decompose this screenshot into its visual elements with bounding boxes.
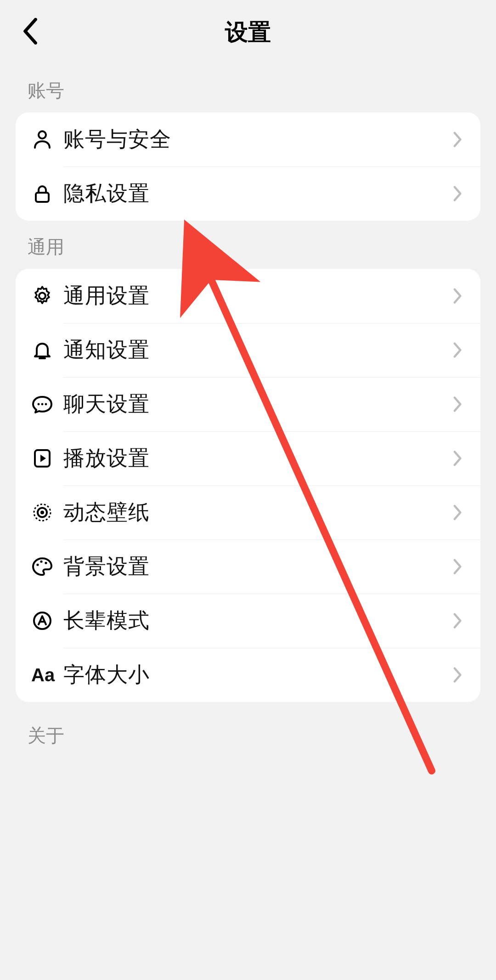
font-size-icon: Aa bbox=[31, 666, 63, 684]
row-label: 动态壁纸 bbox=[63, 498, 451, 527]
section-label-general: 通用 bbox=[0, 221, 496, 269]
palette-icon bbox=[31, 556, 63, 578]
card-general: 通用设置 通知设置 聊天设置 播放设置 bbox=[16, 269, 480, 702]
chevron-right-icon bbox=[451, 288, 465, 304]
back-icon bbox=[23, 18, 38, 46]
section-label-account: 账号 bbox=[0, 64, 496, 112]
row-general-settings[interactable]: 通用设置 bbox=[16, 269, 480, 323]
chevron-right-icon bbox=[451, 131, 465, 148]
row-label: 背景设置 bbox=[63, 552, 451, 581]
live-wallpaper-icon bbox=[31, 501, 63, 523]
row-notification-settings[interactable]: 通知设置 bbox=[16, 323, 480, 377]
header: 设置 bbox=[0, 0, 496, 64]
row-privacy-settings[interactable]: 隐私设置 bbox=[16, 167, 480, 221]
svg-rect-1 bbox=[36, 193, 49, 202]
svg-point-6 bbox=[45, 403, 47, 406]
lock-icon bbox=[31, 183, 63, 205]
svg-point-13 bbox=[40, 560, 42, 562]
svg-point-0 bbox=[39, 131, 46, 139]
svg-point-11 bbox=[40, 511, 44, 514]
chevron-right-icon bbox=[451, 558, 465, 575]
row-account-security[interactable]: 账号与安全 bbox=[16, 112, 480, 167]
svg-point-12 bbox=[36, 563, 39, 566]
row-elder-mode[interactable]: 长辈模式 bbox=[16, 594, 480, 648]
bell-icon bbox=[31, 339, 63, 361]
svg-point-5 bbox=[41, 403, 44, 406]
section-label-about: 关于 bbox=[0, 702, 496, 757]
row-font-size[interactable]: Aa 字体大小 bbox=[16, 648, 480, 702]
row-label: 长辈模式 bbox=[63, 607, 451, 635]
page-title: 设置 bbox=[225, 17, 271, 48]
circle-a-icon bbox=[31, 610, 63, 632]
chat-icon bbox=[31, 393, 63, 415]
row-label: 聊天设置 bbox=[63, 390, 451, 418]
person-icon bbox=[31, 128, 63, 150]
row-label: 隐私设置 bbox=[63, 179, 451, 208]
chevron-right-icon bbox=[451, 342, 465, 358]
chevron-right-icon bbox=[451, 396, 465, 412]
row-label: 通用设置 bbox=[63, 282, 451, 310]
svg-point-14 bbox=[45, 562, 47, 564]
svg-point-2 bbox=[39, 293, 45, 299]
row-label: 通知设置 bbox=[63, 336, 451, 364]
chevron-right-icon bbox=[451, 667, 465, 683]
row-label: 账号与安全 bbox=[63, 125, 451, 154]
back-button[interactable] bbox=[17, 18, 44, 46]
row-background-settings[interactable]: 背景设置 bbox=[16, 540, 480, 594]
gear-icon bbox=[31, 285, 63, 307]
row-playback-settings[interactable]: 播放设置 bbox=[16, 431, 480, 485]
svg-marker-8 bbox=[40, 455, 46, 462]
row-label: 播放设置 bbox=[63, 444, 451, 473]
chevron-right-icon bbox=[451, 612, 465, 629]
chevron-right-icon bbox=[451, 185, 465, 202]
play-rect-icon bbox=[31, 447, 63, 469]
row-chat-settings[interactable]: 聊天设置 bbox=[16, 377, 480, 431]
row-dynamic-wallpaper[interactable]: 动态壁纸 bbox=[16, 485, 480, 540]
svg-point-4 bbox=[38, 403, 40, 406]
chevron-right-icon bbox=[451, 504, 465, 521]
chevron-right-icon bbox=[451, 450, 465, 467]
card-account: 账号与安全 隐私设置 bbox=[16, 112, 480, 221]
row-label: 字体大小 bbox=[63, 661, 451, 689]
